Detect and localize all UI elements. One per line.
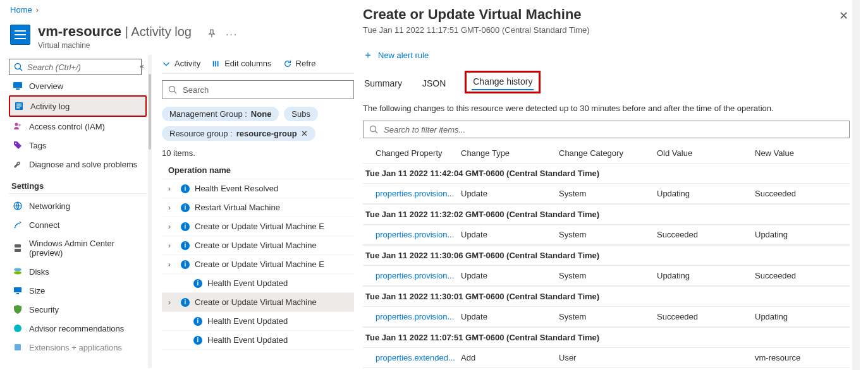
svg-point-8 — [15, 123, 18, 126]
nav-disks[interactable]: Disks — [9, 262, 147, 281]
pin-icon[interactable] — [207, 28, 217, 40]
svg-point-9 — [18, 124, 21, 126]
operation-label: Create or Update Virtual Machine E — [195, 222, 324, 231]
toolbar-refresh[interactable]: Refre — [283, 59, 316, 68]
blade-title: Create or Update Virtual Machine — [363, 6, 850, 23]
operation-row[interactable]: iHealth Event Updated — [162, 331, 354, 350]
refresh-icon — [283, 59, 292, 68]
change-type: Add — [461, 353, 559, 362]
pill-management-group[interactable]: Management Group : None — [162, 107, 279, 121]
nav-size[interactable]: Size — [9, 281, 147, 300]
old-value: Updating — [657, 271, 755, 280]
log-search[interactable]: Search — [162, 80, 354, 99]
timestamp-group: Tue Jan 11 2022 11:32:02 GMT-0600 (Centr… — [363, 204, 850, 225]
nav-connect[interactable]: Connect — [9, 215, 147, 234]
col-new-value[interactable]: New Value — [755, 148, 850, 158]
operation-row[interactable]: ›iCreate or Update Virtual Machine — [162, 293, 354, 312]
svg-rect-2 — [13, 82, 22, 88]
collapse-icon[interactable]: « — [140, 61, 144, 71]
scrollbar[interactable] — [852, 0, 860, 370]
svg-point-25 — [370, 126, 376, 132]
nav-security[interactable]: Security — [9, 300, 147, 319]
more-icon[interactable]: ··· — [226, 29, 238, 40]
operation-row[interactable]: ›iCreate or Update Virtual Machine — [162, 236, 354, 255]
change-filter-search[interactable]: Search to filter items... — [363, 121, 850, 138]
change-row[interactable]: properties.provision...UpdateSystemSucce… — [363, 307, 850, 327]
tabs: Summary JSON Change history — [363, 71, 850, 93]
filter-pills: Management Group : None Subs Resource gr… — [162, 107, 354, 141]
close-icon[interactable]: ✕ — [301, 129, 308, 138]
new-value: Updating — [755, 230, 850, 239]
property-link[interactable]: properties.extended... — [376, 353, 455, 362]
nav-wac[interactable]: Windows Admin Center (preview) — [9, 234, 147, 262]
nav-access-control[interactable]: Access control (IAM) — [9, 117, 147, 136]
scrollbar[interactable] — [148, 55, 152, 368]
operation-label: Create or Update Virtual Machine — [195, 297, 317, 307]
timestamp-group: Tue Jan 11 2022 11:30:01 GMT-0600 (Centr… — [363, 286, 850, 307]
operation-row[interactable]: ›iCreate or Update Virtual Machine E — [162, 217, 354, 236]
nav-advisor[interactable]: Advisor recommendations — [9, 319, 147, 338]
col-change-category[interactable]: Change Category — [559, 148, 657, 158]
toolbar-edit-columns[interactable]: Edit columns — [212, 59, 271, 68]
change-row[interactable]: properties.extended...AddUservm-resource — [363, 348, 850, 368]
sidebar-search[interactable]: Search (Ctrl+/) — [9, 59, 142, 75]
nav-diagnose[interactable]: Diagnose and solve problems — [9, 155, 147, 174]
info-icon: i — [193, 317, 202, 326]
svg-point-15 — [14, 272, 21, 275]
old-value: Succeeded — [657, 312, 755, 321]
change-row[interactable]: properties.provision...UpdateSystemSucce… — [363, 225, 850, 245]
chevron-right-icon: › — [36, 5, 39, 15]
svg-line-24 — [174, 92, 177, 94]
pill-resource-group[interactable]: Resource group : resource-group ✕ — [162, 126, 315, 141]
breadcrumb-home[interactable]: Home — [10, 5, 32, 15]
nav-overview[interactable]: Overview — [9, 76, 147, 95]
property-link[interactable]: properties.provision... — [376, 312, 454, 321]
change-category: System — [559, 271, 657, 280]
operation-label: Create or Update Virtual Machine — [195, 241, 317, 250]
property-link[interactable]: properties.provision... — [376, 230, 454, 239]
property-link[interactable]: properties.provision... — [376, 271, 454, 280]
sidebar: Search (Ctrl+/) « Overview Activity log … — [0, 55, 152, 368]
svg-rect-20 — [213, 61, 214, 66]
property-link[interactable]: properties.provision... — [376, 189, 454, 198]
operation-row[interactable]: iHealth Event Updated — [162, 312, 354, 331]
tab-change-history[interactable]: Change history — [472, 74, 534, 90]
operation-row[interactable]: iHealth Event Updated — [162, 274, 354, 293]
resource-name: vm-resource — [38, 23, 121, 39]
operation-row[interactable]: ›iCreate or Update Virtual Machine E — [162, 255, 354, 274]
search-icon — [13, 62, 23, 72]
change-type: Update — [461, 312, 559, 321]
operation-row[interactable]: ›iHealth Event Resolved — [162, 179, 354, 198]
people-icon — [13, 121, 23, 131]
close-button[interactable]: ✕ — [839, 9, 848, 23]
operation-label: Health Event Updated — [207, 335, 288, 345]
tab-json[interactable]: JSON — [421, 75, 447, 93]
nav-tags[interactable]: Tags — [9, 136, 147, 155]
new-value: Succeeded — [755, 189, 850, 198]
col-old-value[interactable]: Old Value — [657, 148, 755, 158]
col-changed-property[interactable]: Changed Property — [376, 148, 461, 158]
svg-rect-5 — [16, 104, 21, 105]
resource-separator: | — [121, 25, 131, 39]
nav-networking[interactable]: Networking — [9, 196, 147, 215]
nav-extensions[interactable]: Extensions + applications — [9, 338, 147, 357]
operation-row[interactable]: ›iRestart Virtual Machine — [162, 198, 354, 217]
svg-point-14 — [14, 268, 21, 272]
column-operation-name[interactable]: Operation name — [162, 162, 354, 179]
tab-summary[interactable]: Summary — [363, 75, 403, 93]
svg-rect-13 — [15, 249, 21, 252]
detail-blade: ✕ Create or Update Virtual Machine Tue J… — [354, 0, 860, 370]
svg-rect-16 — [14, 287, 21, 292]
blade-subtitle: Tue Jan 11 2022 11:17:51 GMT-0600 (Centr… — [363, 25, 850, 35]
col-change-type[interactable]: Change Type — [461, 148, 559, 158]
info-icon: i — [193, 336, 202, 345]
change-row[interactable]: properties.provision...UpdateSystemUpdat… — [363, 266, 850, 286]
new-alert-rule[interactable]: ＋ New alert rule — [363, 49, 850, 62]
nav-activity-log[interactable]: Activity log — [9, 95, 147, 117]
pill-subscription[interactable]: Subs — [284, 107, 318, 121]
change-row[interactable]: properties.provision...UpdateSystemUpdat… — [363, 184, 850, 204]
new-value: vm-resource — [755, 353, 850, 362]
tag-icon — [13, 140, 23, 150]
toolbar-activity[interactable]: Activity — [162, 59, 200, 68]
vm-icon — [10, 25, 30, 45]
